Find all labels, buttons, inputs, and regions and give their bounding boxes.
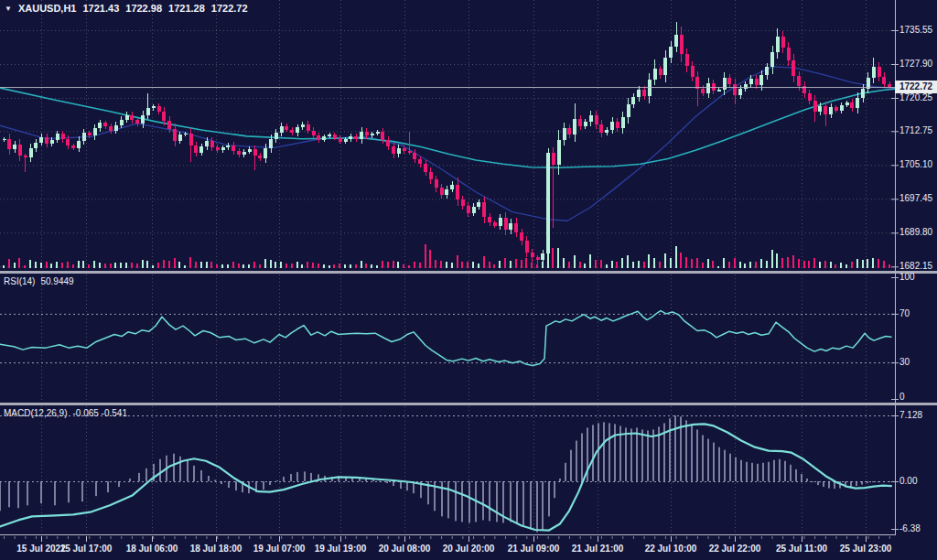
time-axis-label: 19 Jul 07:00 (244, 544, 314, 554)
time-axis-label: 19 Jul 19:00 (306, 544, 375, 554)
price-axis-label: 1727.90 (899, 59, 932, 70)
time-axis-label: 25 Jul 23:00 (831, 544, 900, 554)
price-axis-label: 1682.15 (899, 261, 932, 272)
ohlc-high: 1722.98 (125, 3, 162, 14)
rsi-axis-label: 70 (899, 308, 910, 319)
rsi-value: 50.9449 (40, 276, 73, 286)
symbol-timeframe-label: XAUUSD,H1 (18, 3, 77, 14)
time-axis-label: 21 Jul 21:00 (563, 544, 632, 554)
rsi-axis-label: 0 (899, 392, 905, 403)
current-price-tag: 1722.72 (895, 81, 937, 93)
time-axis-label: 15 Jul 17:00 (51, 544, 121, 554)
rsi-axis-label: 30 (899, 357, 910, 368)
time-axis-label: 20 Jul 08:00 (370, 544, 439, 554)
price-axis-label: 1712.75 (899, 125, 932, 136)
macd-value: -0.065 -0.541 (72, 408, 127, 418)
macd-axis-label: -6.38 (899, 523, 921, 534)
macd-axis-label: 0.00 (899, 476, 917, 487)
ohlc-close: 1722.72 (211, 3, 248, 14)
time-axis-label: 22 Jul 10:00 (636, 544, 705, 554)
price-axis-label: 1720.25 (899, 92, 932, 103)
macd-axis-label: 7.128 (899, 410, 922, 421)
price-axis-label: 1735.55 (899, 25, 932, 36)
price-axis-label: 1689.80 (899, 227, 932, 238)
rsi-axis-label: 100 (899, 272, 915, 283)
price-axis-label: 1705.10 (899, 159, 932, 170)
ohlc-open: 1721.43 (83, 3, 120, 14)
time-axis-label: 25 Jul 11:00 (767, 544, 836, 554)
ohlc-low: 1721.28 (168, 3, 205, 14)
macd-indicator-header: MACD(12,26,9) -0.065 -0.541 (4, 408, 127, 418)
rsi-indicator-header: RSI(14) 50.9449 (4, 276, 74, 286)
chart-canvas[interactable] (0, 0, 937, 560)
time-axis-label: 20 Jul 20:00 (434, 544, 503, 554)
price-axis-label: 1697.45 (899, 193, 932, 204)
metatrader-chart-window: ▼ XAUUSD,H1 1721.43 1722.98 1721.28 1722… (0, 0, 937, 560)
rsi-label: RSI(14) (4, 276, 35, 286)
time-axis-label: 18 Jul 18:00 (181, 544, 251, 554)
time-axis-label: 22 Jul 22:00 (700, 544, 770, 554)
time-axis-label: 21 Jul 09:00 (499, 544, 568, 554)
chart-header: ▼ XAUUSD,H1 1721.43 1722.98 1721.28 1722… (5, 3, 248, 14)
macd-label: MACD(12,26,9) (4, 408, 67, 418)
time-axis-label: 18 Jul 06:00 (117, 544, 187, 554)
collapse-icon[interactable]: ▼ (5, 5, 12, 13)
